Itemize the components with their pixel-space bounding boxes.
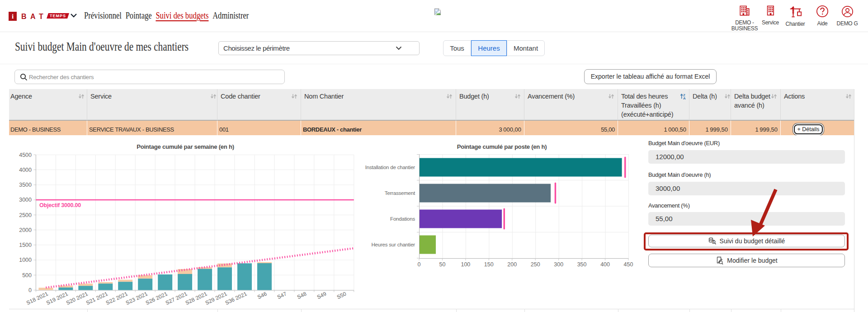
svg-text:Fondations: Fondations <box>390 216 415 222</box>
svg-text:S23 2021: S23 2021 <box>125 290 149 306</box>
svg-text:3000: 3000 <box>19 197 32 203</box>
svg-text:300: 300 <box>554 261 563 268</box>
svg-text:S46: S46 <box>256 290 268 300</box>
svg-text:0: 0 <box>28 287 32 293</box>
svg-text:S49: S49 <box>316 290 328 300</box>
svg-text:S50: S50 <box>336 290 348 300</box>
svg-text:S29 2021: S29 2021 <box>204 290 228 306</box>
svg-text:0: 0 <box>418 261 421 268</box>
svg-text:€: € <box>712 240 714 243</box>
svg-text:S22 2021: S22 2021 <box>105 290 129 306</box>
svg-text:100: 100 <box>461 261 470 268</box>
svg-text:50: 50 <box>439 261 445 268</box>
svg-text:S48: S48 <box>296 290 308 300</box>
svg-text:S19 2021: S19 2021 <box>45 290 69 306</box>
svg-text:S26 2021: S26 2021 <box>145 290 169 306</box>
svg-text:350: 350 <box>577 261 587 268</box>
svg-text:S21 2021: S21 2021 <box>85 290 109 306</box>
svg-text:Pointage cumulé par poste (en: Pointage cumulé par poste (en h) <box>457 143 547 150</box>
svg-text:500: 500 <box>22 272 32 279</box>
svg-text:S27 2021: S27 2021 <box>165 290 189 306</box>
svg-text:S36 2021: S36 2021 <box>224 290 248 306</box>
svg-text:3500: 3500 <box>19 182 32 188</box>
svg-text:S28 2021: S28 2021 <box>184 290 208 306</box>
svg-text:Installation de chantier: Installation de chantier <box>365 165 415 170</box>
svg-text:1500: 1500 <box>19 242 32 248</box>
svg-text:Terrassement: Terrassement <box>385 190 415 196</box>
svg-text:1000: 1000 <box>19 257 32 263</box>
svg-text:Heures sur chantier: Heures sur chantier <box>371 242 415 247</box>
svg-text:150: 150 <box>484 261 494 268</box>
svg-text:2500: 2500 <box>19 212 32 218</box>
svg-text:Pointage cumulé par semaine (e: Pointage cumulé par semaine (en h) <box>137 143 234 150</box>
svg-text:Objectif 3000.00: Objectif 3000.00 <box>39 202 81 208</box>
svg-text:S47: S47 <box>276 290 288 300</box>
svg-text:450: 450 <box>624 261 633 268</box>
svg-text:250: 250 <box>531 261 540 268</box>
svg-text:S20 2021: S20 2021 <box>65 290 89 306</box>
svg-text:400: 400 <box>600 261 610 268</box>
svg-text:4500: 4500 <box>19 152 32 158</box>
svg-text:2000: 2000 <box>19 227 32 233</box>
svg-text:A: A <box>683 96 686 99</box>
svg-text:4000: 4000 <box>19 167 32 173</box>
svg-text:200: 200 <box>507 261 517 268</box>
